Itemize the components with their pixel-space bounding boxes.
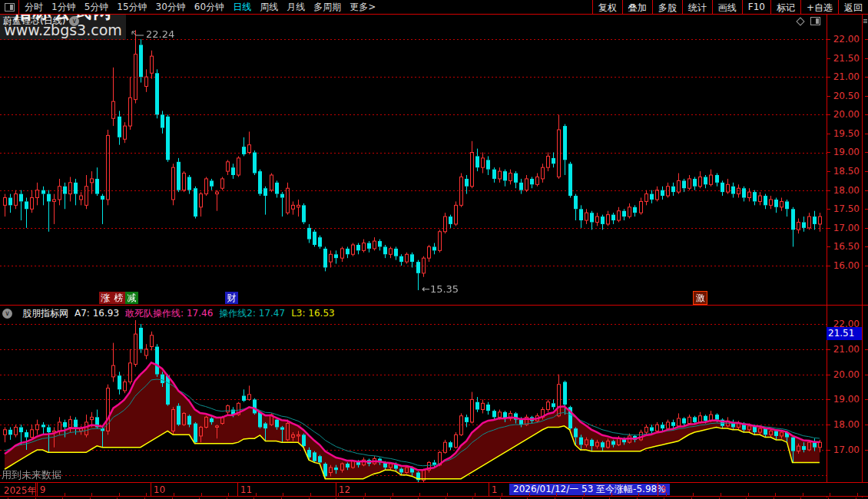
timeline-bar[interactable]: 2025年 2026/01/12/一 53 至今涨幅-5.98% 9101112… (0, 482, 868, 497)
main-axis-label: 21.50 (833, 53, 860, 64)
timeline-tick (419, 493, 420, 496)
menu-item-2[interactable]: 5分钟 (84, 1, 109, 14)
axis-tick (827, 375, 830, 375)
event-badge-榜[interactable]: 榜 (112, 292, 125, 304)
axis-tick (865, 425, 868, 425)
title-chevron-down-icon[interactable]: ∨ (69, 16, 79, 26)
indicator-price-axis: 22.00 21.51 21.0020.0019.0018.0017.00 (827, 320, 862, 482)
tool-menu-item-6[interactable]: 标记 (770, 0, 800, 14)
menu-item-6[interactable]: 日线 (233, 1, 251, 14)
timeline-tick (119, 493, 120, 496)
main-chart-canvas[interactable] (0, 28, 827, 306)
axis-tick (865, 152, 868, 153)
main-axis-label: 19.00 (833, 147, 860, 157)
axis-tick (865, 39, 868, 40)
timeline-tick (584, 493, 585, 496)
axis-tick (865, 171, 868, 172)
axis-tick (865, 77, 868, 78)
period-menu: 分时1分钟5分钟15分钟30分钟60分钟日线周线月线多周期更多> (18, 0, 376, 14)
title-bar: 蔚蓝锂芯(日线) ∨ (0, 15, 827, 28)
tool-menu-item-3[interactable]: 统计 (682, 0, 712, 14)
sub-axis-label: 20.00 (833, 369, 860, 380)
menu-item-1[interactable]: 1分钟 (51, 1, 76, 14)
timeline-tick (228, 493, 229, 496)
event-badge-激[interactable]: 激 (694, 292, 707, 304)
timeline-tick (611, 493, 612, 496)
hamburger-icon[interactable] (863, 19, 867, 24)
sub-axis-label: 19.00 (833, 394, 860, 405)
indicator-chart-canvas[interactable] (0, 320, 827, 482)
title-right-icons (797, 17, 820, 25)
indicator-l3-value: L3: 16.53 (291, 308, 335, 319)
split-pane-icon[interactable] (810, 17, 820, 25)
tool-menu-item-2[interactable]: 多股 (652, 0, 682, 14)
timeline-separator (151, 483, 151, 496)
sub-axis-highlight-value: 21.51 (827, 327, 862, 340)
axis-tick (865, 375, 868, 375)
indicator-source: 股朋指标网 (22, 307, 68, 320)
menu-item-10[interactable]: 更多> (350, 1, 376, 14)
axis-tick (865, 228, 868, 229)
tool-menu-item-0[interactable]: 复权 (592, 0, 622, 14)
timeline-year: 2025年 (4, 484, 37, 497)
indicator-gsd-line-value: 敢死队操作线: 17.46 (125, 307, 213, 320)
axis-tick (865, 266, 868, 266)
main-axis-label: 21.00 (833, 71, 860, 82)
timeline-tick (830, 493, 830, 496)
timeline-tick (693, 493, 694, 496)
axis-tick (827, 58, 830, 59)
menu-item-8[interactable]: 月线 (287, 1, 305, 14)
right-scroll-strip[interactable] (863, 15, 868, 499)
event-badge-减[interactable]: 减 (125, 292, 138, 304)
timeline-month-12: 12 (339, 484, 350, 495)
timeline-tick (256, 493, 257, 496)
high-price-annotation: 22.24 (146, 28, 174, 40)
timeline-tick (365, 493, 366, 496)
axis-tick (827, 39, 830, 40)
main-axis-label: 17.50 (833, 203, 860, 214)
indicator-chevron-down-icon[interactable]: ∨ (2, 309, 12, 319)
indicator-header: ∨ 股朋指标网 A7: 16.93 敢死队操作线: 17.46 操作线2: 17… (0, 306, 827, 320)
tool-menu-item-5[interactable]: F10 (742, 0, 770, 14)
event-badge-财[interactable]: 财 (225, 292, 238, 304)
timeline-tick (857, 493, 858, 496)
axis-tick (865, 399, 868, 400)
main-axis-label: 18.00 (833, 185, 860, 196)
future-data-note: 用到未来数据 (2, 468, 61, 482)
tool-menu-item-1[interactable]: 叠加 (622, 0, 652, 14)
axis-tick (827, 96, 830, 97)
timeline-tick (666, 493, 667, 496)
axis-tick (827, 77, 830, 78)
diamond-icon[interactable] (796, 17, 804, 25)
timeline-tick (65, 493, 65, 496)
timeline-tick (338, 493, 339, 496)
tool-menu-item-4[interactable]: 画线 (712, 0, 742, 14)
event-badge-涨[interactable]: 涨 (99, 292, 112, 304)
menu-item-4[interactable]: 30分钟 (156, 1, 186, 14)
timeline-month-10: 10 (154, 484, 165, 495)
timeline-tick (201, 493, 202, 496)
layout-pane-icon[interactable] (5, 3, 15, 12)
menu-item-7[interactable]: 周线 (260, 1, 278, 14)
timeline-month-1: 1 (492, 484, 498, 495)
menu-item-3[interactable]: 15分钟 (117, 1, 147, 14)
menu-item-0[interactable]: 分时 (25, 1, 43, 14)
timeline-separator (489, 483, 489, 496)
tool-menu-item-8[interactable]: 返回 (838, 0, 868, 14)
indicator-panel-chart[interactable] (0, 320, 827, 482)
timeline-tick (393, 493, 393, 496)
timeline-tick (174, 493, 174, 496)
axis-tick (865, 246, 868, 247)
tool-menu-item-7[interactable]: +自选 (800, 0, 838, 14)
timeline-separator (658, 483, 658, 496)
axis-tick (865, 349, 868, 350)
tools-menu: 复权叠加多股统计画线F10标记+自选返回 (592, 0, 868, 14)
timeline-tick (721, 493, 721, 496)
sub-axis-label: 18.00 (833, 419, 860, 430)
timeline-month-9: 9 (40, 484, 46, 495)
timeline-tick (91, 493, 92, 496)
main-candlestick-chart[interactable]: 22.24 ←15.35 涨榜减财激 (0, 28, 827, 306)
menu-item-5[interactable]: 60分钟 (194, 1, 224, 14)
main-axis-label: 16.50 (833, 241, 860, 252)
menu-item-9[interactable]: 多周期 (313, 1, 341, 14)
